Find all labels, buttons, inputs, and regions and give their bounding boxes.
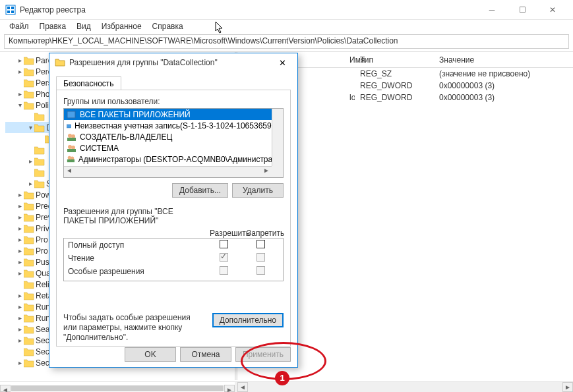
deny-header: Запретить <box>247 229 284 238</box>
expand-icon[interactable]: ▸ <box>16 68 24 75</box>
svg-rect-1 <box>7 7 10 9</box>
allow-checkbox <box>220 253 228 262</box>
group-icon <box>67 144 77 153</box>
group-label: Неизвестная учетная запись(S-1-15-3-1024… <box>75 121 280 130</box>
tree-label: Priv <box>36 224 49 233</box>
menu-edit[interactable]: Правка <box>34 20 72 32</box>
expand-icon[interactable]: ▸ <box>16 225 24 232</box>
folder-icon <box>24 78 34 88</box>
expand-icon[interactable]: ▸ <box>16 314 24 322</box>
expand-icon[interactable]: ▸ <box>16 359 24 366</box>
expand-icon[interactable]: ▾ <box>16 101 24 109</box>
tree-label: Reli <box>36 280 49 289</box>
expand-icon[interactable]: ▸ <box>16 213 24 221</box>
dialog-titlebar[interactable]: Разрешения для группы "DataCollection" ✕ <box>49 53 297 72</box>
add-button[interactable]: Добавить... <box>172 183 228 198</box>
advanced-button[interactable]: Дополнительно <box>212 313 284 327</box>
tree-label: Pus <box>36 258 49 267</box>
expand-icon[interactable]: ▾ <box>26 124 34 131</box>
scroll-right-icon[interactable]: ► <box>224 385 235 392</box>
deny-checkbox[interactable] <box>256 240 265 248</box>
permissions-dialog: Разрешения для группы "DataCollection" ✕… <box>49 53 298 368</box>
address-bar[interactable]: Компьютер\HKEY_LOCAL_MACHINE\SOFTWARE\Mi… <box>4 34 569 49</box>
expand-icon[interactable]: ▸ <box>26 180 34 187</box>
allow-header: Разрешить <box>210 229 247 238</box>
dialog-close-button[interactable]: ✕ <box>272 58 292 68</box>
svg-point-13 <box>68 155 71 159</box>
allow-checkbox[interactable] <box>220 240 228 248</box>
minimize-button[interactable]: ─ <box>477 0 507 20</box>
svg-rect-4 <box>11 11 14 13</box>
maximize-button[interactable]: ☐ <box>507 0 537 20</box>
horizontal-scrollbar[interactable]: ◄ ► ◄ ► <box>0 381 573 392</box>
deny-checkbox <box>256 253 265 262</box>
expand-icon[interactable]: ▸ <box>16 337 24 344</box>
folder-icon <box>24 336 34 345</box>
expand-icon[interactable]: ▸ <box>16 325 24 333</box>
remove-button[interactable]: Удалить <box>232 183 284 198</box>
expand-icon[interactable]: ▸ <box>16 236 24 243</box>
cell-type: REG_SZ <box>355 69 434 78</box>
svg-rect-15 <box>67 159 75 161</box>
tree-label: Run <box>36 302 50 312</box>
group-item[interactable]: СОЗДАТЕЛЬ-ВЛАДЕЛЕЦ <box>64 131 283 142</box>
expand-icon[interactable]: ▸ <box>16 90 24 98</box>
permission-row: Особые разрешения <box>64 265 283 278</box>
svg-point-7 <box>68 134 72 138</box>
folder-icon <box>24 67 34 76</box>
apply-button[interactable]: Применить <box>235 347 291 362</box>
scroll-right-icon[interactable]: ► <box>562 382 573 392</box>
group-icon <box>67 132 77 142</box>
svg-point-10 <box>68 145 72 149</box>
group-icon <box>67 110 77 119</box>
cancel-button[interactable]: Отмена <box>180 347 231 362</box>
expand-icon[interactable]: ▸ <box>16 269 24 277</box>
tab-security[interactable]: Безопасность <box>56 76 121 90</box>
expand-icon[interactable]: ▸ <box>16 292 24 299</box>
scroll-left-icon[interactable]: ◄ <box>0 385 11 392</box>
groups-listbox[interactable]: ВСЕ ПАКЕТЫ ПРИЛОЖЕНИЙНеизвестная учетная… <box>63 108 284 178</box>
folder-icon <box>24 302 34 312</box>
folder-icon <box>24 202 34 211</box>
close-button[interactable]: ✕ <box>537 0 568 20</box>
scroll-left-icon[interactable]: ◄ <box>237 382 248 392</box>
folder-icon <box>24 190 34 200</box>
folder-icon <box>34 168 45 177</box>
expand-icon[interactable]: ▸ <box>16 258 24 266</box>
menu-help[interactable]: Справка <box>147 20 189 32</box>
permissions-box: Полный доступЧтениеОсобые разрешения <box>63 238 284 281</box>
ok-button[interactable]: OK <box>125 347 176 362</box>
groups-hscroll[interactable]: ◄ ► <box>64 166 272 177</box>
folder-icon <box>24 101 34 110</box>
expand-icon[interactable]: ▸ <box>26 157 34 165</box>
deny-checkbox <box>256 266 265 275</box>
svg-rect-6 <box>67 125 71 128</box>
menu-view[interactable]: Вид <box>71 20 96 32</box>
group-item[interactable]: Неизвестная учетная запись(S-1-15-3-1024… <box>64 120 283 131</box>
regedit-icon <box>5 5 16 15</box>
group-label: Администраторы (DESKTOP-ACQMNB0\Админист… <box>78 155 280 164</box>
tree-label: Pro <box>36 246 48 256</box>
menu-bar: Файл Правка Вид Избранное Справка <box>0 20 573 33</box>
col-value[interactable]: Значение <box>434 55 566 65</box>
folder-icon <box>24 246 34 256</box>
expand-icon[interactable]: ▸ <box>16 191 24 198</box>
folder-icon <box>34 157 45 166</box>
groups-vscroll[interactable] <box>272 109 283 166</box>
folder-icon <box>24 235 34 244</box>
menu-file[interactable]: Файл <box>4 20 34 32</box>
group-item[interactable]: СИСТЕМА <box>64 142 283 154</box>
folder-icon <box>34 146 45 155</box>
expand-icon[interactable]: ▸ <box>16 303 24 310</box>
permission-row: Полный доступ <box>64 238 283 252</box>
expand-icon[interactable]: ▸ <box>16 57 24 64</box>
group-item[interactable]: ВСЕ ПАКЕТЫ ПРИЛОЖЕНИЙ <box>64 109 283 120</box>
expand-icon[interactable]: ▸ <box>16 247 24 254</box>
group-item[interactable]: Администраторы (DESKTOP-ACQMNB0\Админист… <box>64 154 283 165</box>
group-label: ВСЕ ПАКЕТЫ ПРИЛОЖЕНИЙ <box>80 110 191 119</box>
col-type[interactable]: Тип <box>355 55 434 65</box>
folder-icon <box>24 280 34 289</box>
groups-label: Группы или пользователи: <box>63 97 284 106</box>
menu-favorites[interactable]: Избранное <box>96 20 147 32</box>
expand-icon[interactable]: ▸ <box>16 202 24 210</box>
